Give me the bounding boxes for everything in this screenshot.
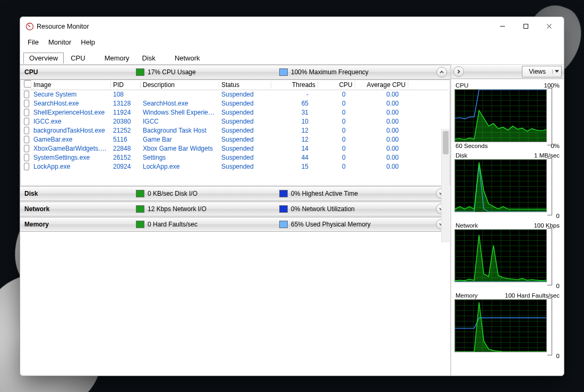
menubar: File Monitor Help bbox=[20, 35, 564, 50]
process-row[interactable]: Secure System108Suspended-00.00 bbox=[22, 90, 449, 99]
col-threads[interactable]: Threads bbox=[271, 81, 318, 89]
graph-network: Network100 Kbps0 bbox=[454, 221, 561, 289]
row-status: Suspended bbox=[219, 118, 271, 125]
process-row[interactable]: ShellExperienceHost.exe11924Windows Shel… bbox=[22, 108, 449, 117]
tab-disk[interactable]: Disk bbox=[136, 53, 161, 64]
row-avgcpu: 0.00 bbox=[355, 154, 408, 161]
close-button[interactable] bbox=[537, 19, 561, 34]
mem-faults-swatch bbox=[136, 221, 144, 228]
graph-foot-right: 0 bbox=[556, 283, 560, 289]
row-image: SystemSettings.exe bbox=[31, 154, 111, 161]
row-description: Windows Shell Experience... bbox=[141, 109, 219, 116]
row-image: Secure System bbox=[31, 91, 111, 98]
col-pid[interactable]: PID bbox=[111, 81, 141, 89]
graph-memory: Memory100 Hard Faults/sec0 bbox=[454, 291, 561, 359]
header-checkbox[interactable] bbox=[24, 80, 31, 88]
views-button[interactable]: Views bbox=[522, 66, 562, 77]
section-network-header[interactable]: Network 12 Kbps Network I/O 0% Network U… bbox=[20, 202, 450, 216]
row-cpu: 0 bbox=[318, 100, 355, 107]
disk-active-swatch bbox=[279, 190, 288, 197]
row-checkbox[interactable] bbox=[24, 109, 29, 116]
menu-file[interactable]: File bbox=[23, 37, 43, 47]
cpu-freq-swatch bbox=[279, 68, 288, 76]
process-row[interactable]: SystemSettings.exe26152SettingsSuspended… bbox=[22, 153, 449, 162]
section-memory-title: Memory bbox=[20, 221, 136, 228]
graph-cpu: CPU100%60 Seconds0% bbox=[454, 81, 561, 149]
row-cpu: 0 bbox=[318, 145, 355, 152]
row-description: Game Bar bbox=[141, 136, 219, 143]
row-checkbox[interactable] bbox=[24, 100, 29, 107]
col-avgcpu[interactable]: Average CPU bbox=[355, 81, 408, 89]
process-row[interactable]: backgroundTaskHost.exe21252Background Ta… bbox=[22, 126, 449, 135]
row-image: IGCC.exe bbox=[31, 118, 111, 125]
section-cpu-header[interactable]: CPU 17% CPU Usage 100% Maximum Frequency bbox=[20, 65, 450, 80]
graph-foot-right: 0 bbox=[556, 213, 560, 219]
row-avgcpu: 0.00 bbox=[355, 109, 408, 116]
row-pid: 5116 bbox=[111, 136, 141, 143]
row-threads: 31 bbox=[271, 109, 318, 116]
row-cpu: 0 bbox=[318, 136, 355, 143]
row-checkbox[interactable] bbox=[24, 154, 29, 161]
graph-title: Network bbox=[456, 222, 478, 229]
row-threads: 12 bbox=[271, 127, 318, 134]
row-checkbox[interactable] bbox=[24, 163, 29, 170]
row-description: LockApp.exe bbox=[141, 163, 219, 170]
disk-io-swatch bbox=[136, 190, 144, 197]
row-status: Suspended bbox=[219, 109, 271, 116]
row-cpu: 0 bbox=[318, 91, 355, 98]
cpu-collapse-button[interactable] bbox=[436, 67, 447, 77]
process-row[interactable]: IGCC.exe20380IGCCSuspended1000.00 bbox=[22, 117, 449, 126]
disk-io-label: 0 KB/sec Disk I/O bbox=[148, 190, 197, 197]
views-dropdown-icon[interactable] bbox=[552, 69, 561, 74]
graph-title: CPU bbox=[456, 82, 468, 89]
process-row[interactable]: LockApp.exe20924LockApp.exeSuspended1500… bbox=[22, 162, 449, 171]
row-description: Background Task Host bbox=[141, 127, 219, 134]
section-memory-header[interactable]: Memory 0 Hard Faults/sec 65% Used Physic… bbox=[20, 217, 450, 232]
menu-monitor[interactable]: Monitor bbox=[44, 37, 75, 47]
cpu-usage-swatch bbox=[136, 68, 144, 76]
cpu-usage-label: 17% CPU Usage bbox=[148, 68, 196, 76]
tab-memory[interactable]: Memory bbox=[99, 53, 135, 64]
tab-cpu[interactable]: CPU bbox=[65, 53, 91, 64]
row-checkbox[interactable] bbox=[24, 118, 29, 125]
section-network-title: Network bbox=[20, 205, 136, 213]
views-label: Views bbox=[522, 68, 552, 75]
graph-disk: Disk1 MB/sec0 bbox=[454, 151, 561, 219]
row-status: Suspended bbox=[219, 127, 271, 134]
tab-overview[interactable]: Overview bbox=[23, 53, 64, 64]
process-row[interactable]: GameBar.exe5116Game BarSuspended1200.00 bbox=[22, 135, 449, 144]
row-pid: 11924 bbox=[111, 109, 141, 116]
svg-rect-2 bbox=[523, 24, 528, 29]
row-checkbox[interactable] bbox=[24, 127, 29, 134]
row-status: Suspended bbox=[219, 91, 271, 98]
row-pid: 21252 bbox=[111, 127, 141, 134]
menu-help[interactable]: Help bbox=[76, 37, 99, 47]
process-table-header[interactable]: Image PID Description Status Threads CPU… bbox=[22, 80, 449, 90]
minimize-button[interactable] bbox=[491, 19, 514, 34]
col-image[interactable]: Image bbox=[31, 81, 111, 89]
tab-network[interactable]: Network bbox=[169, 53, 206, 64]
col-description[interactable]: Description bbox=[141, 81, 219, 89]
row-avgcpu: 0.00 bbox=[355, 145, 408, 152]
col-cpu[interactable]: CPU bbox=[318, 81, 355, 89]
row-checkbox[interactable] bbox=[24, 136, 29, 143]
section-disk-header[interactable]: Disk 0 KB/sec Disk I/O 0% Highest Active… bbox=[20, 186, 450, 201]
scrollbar-thumb[interactable] bbox=[443, 131, 449, 154]
disk-active-label: 0% Highest Active Time bbox=[291, 190, 358, 197]
cpu-freq-label: 100% Maximum Frequency bbox=[291, 68, 368, 76]
process-row[interactable]: SearchHost.exe13128SearchHost.exeSuspend… bbox=[22, 99, 449, 108]
row-cpu: 0 bbox=[318, 163, 355, 170]
row-checkbox[interactable] bbox=[24, 145, 29, 152]
row-pid: 108 bbox=[111, 91, 141, 98]
col-status[interactable]: Status bbox=[219, 81, 271, 89]
titlebar[interactable]: Resource Monitor bbox=[20, 17, 564, 35]
side-collapse-button[interactable] bbox=[453, 66, 464, 77]
row-checkbox[interactable] bbox=[24, 91, 29, 98]
row-image: SearchHost.exe bbox=[31, 100, 111, 107]
maximize-button[interactable] bbox=[514, 19, 537, 34]
process-row[interactable]: XboxGameBarWidgets.exe22848Xbox Game Bar… bbox=[22, 144, 449, 153]
main-scrollbar[interactable] bbox=[441, 129, 450, 242]
row-pid: 20924 bbox=[111, 163, 141, 170]
mem-used-swatch bbox=[279, 221, 288, 228]
row-avgcpu: 0.00 bbox=[355, 91, 408, 98]
